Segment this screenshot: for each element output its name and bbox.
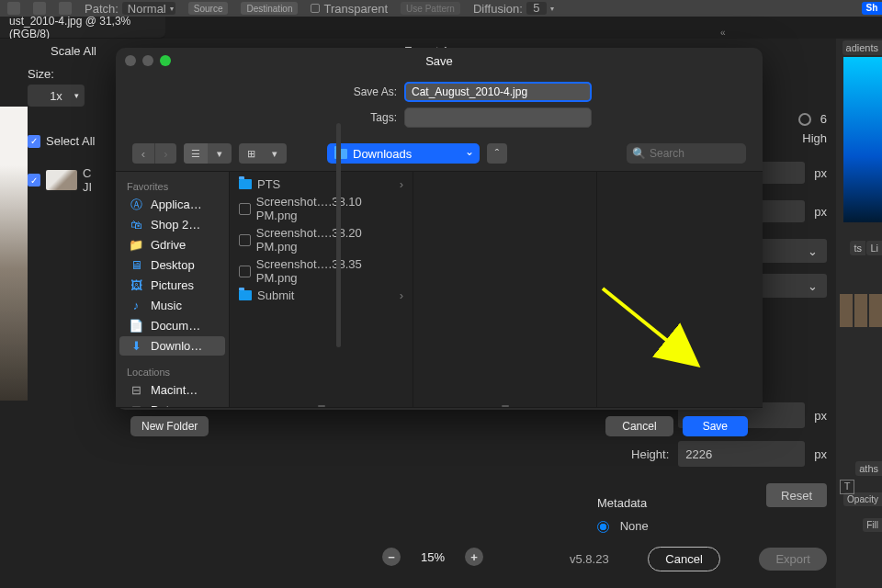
li-tab[interactable]: Li (866, 241, 882, 255)
scale-all-heading: Scale All (28, 44, 119, 58)
file-icon (239, 234, 251, 246)
patch-dropdown[interactable]: Normal (122, 2, 175, 15)
group-segment[interactable]: ⊞▾ (239, 143, 287, 164)
use-pattern-button[interactable]: Use Pattern (401, 2, 460, 15)
source-button[interactable]: Source (188, 2, 229, 15)
quality-radio[interactable] (798, 113, 811, 126)
sidebar-item-desktop[interactable]: 🖥Desktop (119, 255, 225, 275)
opacity-label: Opacity (843, 492, 882, 506)
new-folder-button[interactable]: New Folder (130, 416, 209, 436)
sidebar-item-label: Docum… (151, 319, 200, 333)
column-resize-handle[interactable] (230, 404, 413, 407)
ts-tab[interactable]: ts (850, 241, 865, 255)
tool-icon-1[interactable] (7, 2, 20, 15)
gradients-tab[interactable]: adients (842, 40, 882, 55)
list-item-label: Screenshot….38.35 PM.png (256, 257, 403, 285)
enclosing-folder-button[interactable]: ˆ (487, 143, 507, 164)
finder-column-1: PTS› Screenshot….38.10 PM.png Screenshot… (230, 172, 413, 407)
tool-icon-3[interactable] (59, 2, 72, 15)
sidebar-item-data[interactable]: ⊟Data (119, 401, 225, 407)
sidebar-item-documents[interactable]: 📄Docum… (119, 316, 225, 335)
tags-label: Tags: (370, 111, 397, 124)
sidebar-item-label: Pictures (151, 278, 194, 292)
height-input[interactable]: 2226 (678, 441, 805, 467)
diffusion-value[interactable]: 5 (526, 2, 547, 15)
zoom-icon[interactable] (160, 55, 171, 66)
quality-high-label: High (802, 131, 827, 145)
px-unit: px (814, 447, 827, 461)
panel-collapse-chevrons[interactable]: « (720, 28, 726, 38)
destination-button[interactable]: Destination (241, 2, 298, 15)
list-item[interactable]: Screenshot….38.20 PM.png (230, 224, 413, 255)
column-resize-handle[interactable] (413, 404, 596, 407)
zoom-out-button[interactable]: − (382, 548, 401, 566)
px-unit: px (814, 166, 827, 180)
window-traffic-lights[interactable] (125, 55, 171, 66)
music-icon: ♪ (129, 300, 143, 312)
thumbnail-strip (840, 294, 882, 327)
folder-icon: 📁 (129, 239, 143, 252)
share-button[interactable]: Sh (862, 2, 882, 15)
transparent-checkbox[interactable] (311, 4, 320, 13)
folder-icon (239, 179, 252, 189)
size-dropdown[interactable]: 1x (28, 85, 85, 107)
save-as-input[interactable] (404, 82, 592, 102)
asset-name-line1: C (83, 166, 91, 180)
quality-value: 6 (820, 112, 827, 126)
sidebar-scrollbar[interactable] (336, 123, 341, 347)
version-label: v5.8.23 (570, 552, 609, 566)
tags-input[interactable] (404, 107, 592, 128)
image-preview-edge (0, 107, 28, 401)
export-button[interactable]: Export (759, 548, 827, 571)
app-top-toolbar: Patch: Normal Source Destination Transpa… (0, 0, 882, 17)
metadata-none-label: None (620, 519, 649, 533)
sidebar-item-applications[interactable]: ⒶApplica… (119, 195, 225, 214)
sidebar-item-macintosh[interactable]: ⊟Macint… (119, 380, 225, 400)
sidebar-item-label: Music (151, 299, 182, 312)
sidebar-item-downloads[interactable]: ⬇Downlo… (119, 336, 225, 356)
search-field[interactable]: 🔍 (627, 143, 746, 164)
metadata-none-radio[interactable] (597, 521, 609, 533)
sidebar-item-music[interactable]: ♪Music (119, 296, 225, 315)
list-item[interactable]: Submit› (230, 287, 413, 304)
search-input[interactable] (650, 147, 741, 160)
list-item[interactable]: Screenshot….38.10 PM.png (230, 193, 413, 224)
paths-tab[interactable]: aths (855, 461, 882, 476)
disk-icon: ⊟ (129, 384, 143, 397)
sidebar-item-label: Shop 2… (151, 218, 200, 232)
sidebar-heading-favorites: Favorites (116, 177, 229, 194)
view-mode-segment[interactable]: ☰▾ (184, 143, 232, 164)
dialog-cancel-button[interactable]: Cancel (605, 416, 673, 436)
sidebar-item-label: Desktop (151, 258, 195, 272)
type-tool-icon[interactable]: T (840, 480, 854, 494)
pictures-icon: 🖼 (129, 279, 143, 292)
patch-label: Patch: (85, 2, 119, 16)
gradient-swatch (843, 57, 882, 222)
export-cancel-button[interactable]: Cancel (648, 547, 719, 571)
asset-checkbox[interactable]: ✓ (28, 174, 40, 187)
tool-icon-2[interactable] (33, 2, 46, 15)
minimize-icon[interactable] (142, 55, 153, 66)
list-item[interactable]: Screenshot….38.35 PM.png (230, 255, 413, 287)
sidebar-item-label: Data (151, 403, 175, 407)
sidebar-item-shop[interactable]: 🛍Shop 2… (119, 215, 225, 234)
zoom-in-button[interactable]: + (465, 548, 483, 566)
dialog-save-button[interactable]: Save (683, 416, 748, 436)
select-all-checkbox[interactable]: ✓ (28, 135, 40, 148)
nav-forward-button[interactable]: › (154, 143, 176, 164)
column-view-icon[interactable]: ☰ (184, 143, 208, 164)
asset-thumbnail[interactable] (46, 170, 77, 190)
document-tab[interactable]: ust_2010-4.jpg @ 31,3% (RGB/8) (0, 17, 165, 39)
sidebar-item-label: Macint… (151, 383, 198, 397)
sidebar-item-pictures[interactable]: 🖼Pictures (119, 276, 225, 295)
file-icon (239, 266, 251, 277)
grid-view-icon[interactable]: ⊞ (239, 143, 263, 164)
close-icon[interactable] (125, 55, 136, 66)
diffusion-label: Diffusion: (473, 2, 523, 16)
location-popup[interactable]: Downloads (327, 143, 480, 164)
nav-back-button[interactable]: ‹ (132, 143, 154, 164)
finder-column-2 (413, 172, 597, 407)
list-item[interactable]: PTS› (230, 175, 413, 193)
sidebar-item-gdrive[interactable]: 📁Gdrive (119, 235, 225, 254)
download-icon: ⬇ (129, 340, 143, 353)
